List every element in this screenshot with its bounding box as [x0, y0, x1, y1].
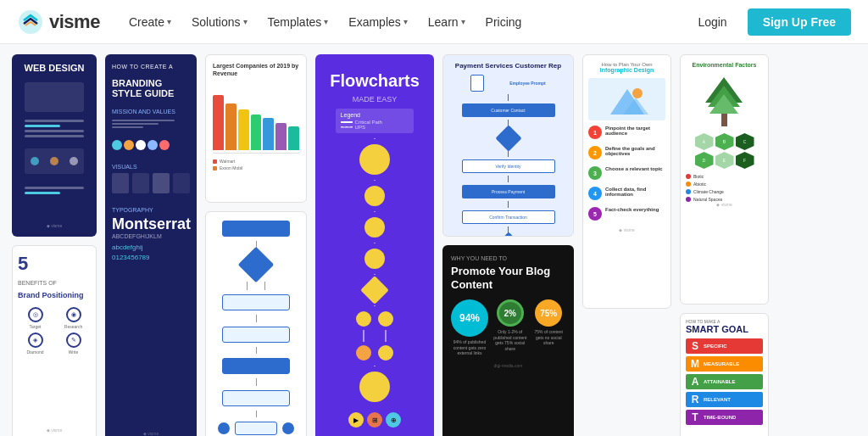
visual-item [173, 173, 190, 193]
step-num: 4 [588, 187, 602, 200]
flow-box [222, 327, 290, 343]
fc-bottom-icons: ▶ ⊞ ⊕ [348, 412, 401, 428]
nav-item-solutions[interactable]: Solutions ▾ [183, 10, 256, 34]
pay-top-row: Employee Prompt [470, 75, 546, 92]
flowcharts-legend: Legend Critical Path UPS [336, 109, 415, 133]
bg-line [112, 126, 143, 128]
nav-right: Login Sign Up Free [687, 8, 851, 36]
logo-icon [17, 8, 44, 36]
nav-item-create[interactable]: Create ▾ [120, 10, 180, 34]
env-hex: D [695, 152, 714, 169]
card-flowchart-boxes[interactable] [205, 211, 307, 436]
mission-section: MISSION AND VALUES [112, 109, 190, 128]
wd-line [25, 135, 84, 137]
flow-diamond [238, 247, 274, 282]
bar-1 [213, 95, 224, 150]
smart-row-t: T TIME-BOUND [686, 410, 763, 425]
font-sample-text: ABCDEFGHIJKLM [112, 233, 190, 239]
color-palette [112, 140, 190, 150]
legend-text: UPS [355, 125, 365, 130]
font-sample-lower: abcdefghij0123456789 [112, 243, 190, 263]
fc-vline [374, 305, 376, 306]
smart-label-a: ATTAINABLE [704, 379, 735, 384]
inf-step-2: 2 Define the goals and objectives [588, 146, 665, 159]
pay-flow: Employee Prompt Customer Contact Verify … [450, 75, 566, 237]
login-button[interactable]: Login [687, 10, 737, 34]
col-4: Flowcharts MADE EASY Legend Critical Pat… [315, 54, 434, 436]
flowcharts-title: Flowcharts [330, 71, 420, 90]
fc-node [359, 372, 390, 402]
legend-dot [213, 166, 217, 170]
brand-icon-item: ◎ Target [18, 307, 53, 329]
main-content: WEB DESIGN ◆ visme [0, 44, 868, 436]
watermark: ◆ visme [112, 431, 190, 436]
signup-button[interactable]: Sign Up Free [748, 8, 851, 36]
env-hexgrid: A B C D E F [686, 133, 763, 169]
fc-icon: ⊕ [386, 412, 401, 428]
flow-branches [247, 282, 265, 290]
fc-vline [374, 366, 376, 366]
step-num: 2 [588, 146, 602, 159]
wd-line [25, 187, 84, 189]
blog-stat-3: 75% 75% of content gets no social share [532, 299, 566, 356]
smart-row-r: R RELEVANT [686, 392, 763, 407]
visual-item [153, 173, 170, 193]
card-webdesign[interactable]: WEB DESIGN ◆ visme [12, 54, 97, 237]
flow-arrow [256, 411, 257, 417]
logo[interactable]: visme [17, 8, 100, 36]
fc-branch-left [356, 311, 371, 361]
fc-vline [374, 274, 376, 275]
card-brand-positioning[interactable]: 5 BENEFITS OF Brand Positioning ◎ Target… [12, 245, 97, 436]
color-swatch [159, 140, 170, 150]
payment-title: Payment Services Customer Rep [450, 62, 566, 70]
fc-branch-row [326, 311, 424, 361]
brand-icons: ◎ Target ◉ Research ◈ Diamond ✎ Write [18, 307, 91, 355]
fc-vline [374, 138, 376, 139]
flow-box [222, 390, 290, 406]
watermark: ◆ visme [588, 227, 665, 232]
col-1: WEB DESIGN ◆ visme [12, 54, 97, 436]
pay-arrow [508, 201, 509, 208]
wd-box [25, 82, 84, 112]
watermark: ◆ visme [686, 202, 763, 207]
font-display: Montserrat [112, 216, 190, 232]
flow-circle [282, 422, 294, 434]
card-branding-guide[interactable]: HOW TO CREATE A BRANDING STYLE GUIDE MIS… [105, 54, 197, 436]
smart-row-s: S SPECIFIC [686, 338, 763, 354]
card-blog-content[interactable]: WHY YOU NEED TO Promote Your Blog Conten… [442, 245, 574, 436]
wd-lines-bottom [25, 184, 84, 197]
nav-item-examples[interactable]: Examples ▾ [340, 10, 415, 34]
nav-item-templates[interactable]: Templates ▾ [259, 10, 337, 34]
wd-line-accent [25, 125, 60, 127]
flow-box [235, 422, 277, 435]
legend-line [341, 121, 353, 123]
section-label: VISUALS [112, 164, 190, 170]
nav-item-learn[interactable]: Learn ▾ [420, 10, 474, 34]
card-infographic[interactable]: How to Plan Your Own Infographic Design … [582, 54, 671, 309]
col-5: Payment Services Customer Rep Employee P… [442, 54, 574, 436]
chart-legend: Walmart Exxon Mobil [213, 159, 299, 170]
card-environmental[interactable]: Environmental Factors A B C D [680, 54, 769, 305]
bar-6 [275, 123, 287, 150]
fc-node-orange [356, 345, 371, 361]
card-payment[interactable]: Payment Services Customer Rep Employee P… [442, 54, 574, 237]
legend-line [341, 126, 353, 128]
watermark: ◆ visme [18, 428, 91, 433]
inf-step-4: 4 Collect data, find information [588, 187, 665, 200]
chevron-icon: ▾ [324, 17, 328, 26]
pay-label: Employee Prompt [509, 81, 546, 86]
step-num: 3 [588, 166, 602, 180]
card-chart[interactable]: Largest Companies of 2019 by Revenue Wal… [205, 54, 307, 203]
step-title: Define the goals and objectives [605, 146, 665, 156]
nav-item-pricing[interactable]: Pricing [477, 10, 531, 34]
brand-icon-item: ◉ Research [56, 307, 91, 329]
fc-vline [385, 330, 387, 342]
card-smart-goal[interactable]: HOW TO MAKE A SMART GOAL S SPECIFIC M ME… [680, 313, 769, 436]
inf-step-3: 3 Choose a relevant topic [588, 166, 665, 180]
navbar: visme Create ▾ Solutions ▾ Templates ▾ E… [0, 0, 868, 44]
env-hex: E [715, 152, 734, 169]
card-flowcharts-main[interactable]: Flowcharts MADE EASY Legend Critical Pat… [315, 54, 434, 436]
font-section: VISUALS [112, 164, 190, 193]
color-swatch [147, 140, 158, 150]
wd-icon [70, 157, 78, 165]
